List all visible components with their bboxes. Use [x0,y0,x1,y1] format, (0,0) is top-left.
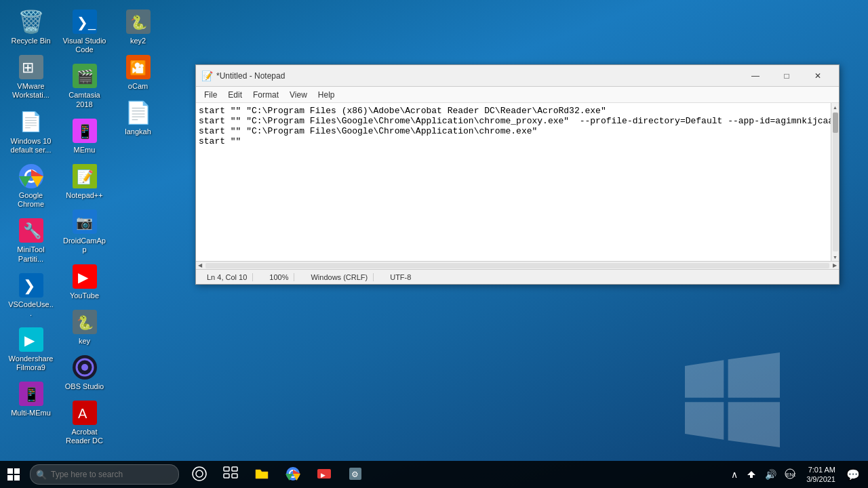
statusbar-line-ending: Windows (CRLF) [305,273,374,281]
notepad-menu-help[interactable]: Help [313,89,340,101]
taskbar: 🔍 ▶ ⚙ ∧ [0,461,868,488]
desktop-icon-recycle-bin[interactable]: 🗑️ Recycle Bin [5,5,56,48]
desktop-icon-chrome[interactable]: Google Chrome [5,160,56,211]
chevron-up-icon[interactable]: ∧ [728,466,741,483]
vscodeuser-label: VSCodeUse... [8,300,54,318]
desktop-icon-obs[interactable]: OBS Studio [59,351,110,394]
svg-rect-37 [14,468,20,474]
vscodeuser-icon: ❯ [18,272,45,299]
svg-point-40 [193,467,206,481]
recycle-bin-label: Recycle Bin [11,37,50,45]
language-icon[interactable]: ENG [782,466,798,484]
key-label: key [79,337,90,346]
taskbar-media-button[interactable]: ▶ [309,461,339,488]
svg-text:⚙: ⚙ [351,470,359,479]
desktop-icon-youtube[interactable]: ▶ YouTube [59,260,110,303]
key2-icon: 🐍 [125,8,152,35]
notification-icon[interactable]: 💬 [844,466,863,484]
taskbar-fileexplorer-button[interactable] [247,461,277,488]
svg-text:A: A [78,406,87,421]
youtube-icon: ▶ [71,263,98,290]
droidcam-icon: 📷 [71,208,98,235]
svg-text:▶: ▶ [24,333,35,348]
taskbar-taskview-button[interactable] [216,461,245,488]
notepad-statusbar: Ln 4, Col 10 100% Windows (CRLF) UTF-8 [196,269,839,284]
desktop-icon-memu[interactable]: 📱 MEmu [59,115,110,157]
svg-text:▶: ▶ [78,270,89,285]
desktop-icon-ocam[interactable]: 🎦 oCam [113,51,163,94]
svg-text:📝: 📝 [77,169,94,185]
svg-point-41 [196,470,203,477]
scrollbar-v-thumb[interactable] [833,113,838,133]
taskbar-clock[interactable]: 7:01 AM 3/9/2021 [801,465,841,485]
desktop-icon-key2[interactable]: 🐍 key2 [113,5,163,48]
scrollbar-left-arrow[interactable]: ◀ [196,262,204,270]
notepad-text-area[interactable]: start "" "C:\Program Files (x86)\Adobe\A… [196,103,831,261]
scrollbar-down-arrow[interactable]: ▼ [831,253,840,261]
notepad-menu-format[interactable]: Format [248,89,284,101]
scrollbar-v-track[interactable] [833,113,838,251]
desktop-icon-windows10[interactable]: 📄 Windows 10 default ser... [5,106,56,157]
notepad-vertical-scrollbar[interactable]: ▲ ▼ [831,103,839,261]
notepad-menu-view[interactable]: View [284,89,313,101]
search-input[interactable] [51,470,173,479]
search-icon: 🔍 [36,470,47,480]
taskbar-pinned-apps: ▶ ⚙ [184,461,370,488]
svg-text:🐍: 🐍 [130,14,147,30]
svg-rect-43 [232,467,237,471]
notepad-menu-file[interactable]: File [199,89,222,101]
volume-icon[interactable]: 🔊 [762,466,779,483]
taskbar-time-display: 7:01 AM [806,465,835,474]
desktop-icon-minitool[interactable]: 🔧 MiniTool Partiti... [5,214,56,266]
desktop-icon-acrobat[interactable]: A Acrobat Reader DC [59,396,110,448]
notepad-maximize-button[interactable]: □ [771,65,802,87]
ocam-icon: 🎦 [125,54,152,81]
svg-text:❯: ❯ [23,277,35,295]
start-button[interactable] [0,461,27,488]
svg-text:📷: 📷 [76,214,93,230]
notepad-minimize-button[interactable]: — [740,65,771,87]
desktop-icon-droidcam[interactable]: 📷 DroidCamApp [59,205,110,257]
scrollbar-h-track[interactable] [205,263,829,268]
taskbar-tool-button[interactable]: ⚙ [340,461,370,488]
desktop-icon-langkah[interactable]: 📄 langkah [113,96,163,139]
scrollbar-right-arrow[interactable]: ▶ [831,262,839,270]
minitool-icon: 🔧 [18,217,45,244]
desktop-icon-vscodeuser[interactable]: ❯ VSCodeUse... [5,269,56,321]
taskbar-search-box[interactable]: 🔍 [30,464,179,485]
svg-rect-39 [14,475,20,481]
svg-point-29 [81,364,88,371]
svg-text:▶: ▶ [321,472,326,479]
windows10-icon: 📄 [18,108,45,136]
notepad-menu-edit[interactable]: Edit [222,89,248,101]
notepad-horizontal-scrollbar[interactable]: ◀ ▶ [196,261,839,269]
notepad-close-button[interactable]: ✕ [802,65,833,87]
notepad-window: 📝 *Untitled - Notepad — □ ✕ File Edit Fo… [195,64,840,285]
taskbar-system-tray: ∧ 🔊 ENG 7:01 AM 3/9/2021 💬 [728,465,868,485]
desktop-icon-key[interactable]: 🐍 key [59,306,110,348]
notepad-body: start "" "C:\Program Files (x86)\Adobe\A… [196,103,839,261]
svg-text:❯_: ❯_ [77,15,96,30]
desktop-icon-vscode[interactable]: ❯_ Visual Studio Code [59,5,110,57]
desktop-icon-multimemu[interactable]: 📱 Multi-MEmu [5,378,56,420]
vmware-icon: ⊞ [18,54,45,81]
droidcam-label: DroidCamApp [62,237,107,254]
chrome-icon [18,163,45,190]
statusbar-encoding: UTF-8 [384,273,416,281]
svg-text:ENG: ENG [786,472,795,478]
svg-text:🐍: 🐍 [77,314,94,331]
desktop-icon-vmware[interactable]: ⊞ VMware Workstati... [5,51,56,102]
obs-label: OBS Studio [65,382,104,391]
svg-rect-45 [232,474,237,478]
taskbar-chrome-button[interactable] [278,461,308,488]
notepad-title: *Untitled - Notepad [216,71,740,81]
svg-text:🎬: 🎬 [77,68,94,85]
taskbar-cortana-button[interactable] [184,461,214,488]
scrollbar-up-arrow[interactable]: ▲ [831,103,840,111]
desktop-icon-filmora[interactable]: ▶ Wondershare Filmora9 [5,323,56,375]
desktop-icon-notepadpp[interactable]: 📝 Notepad++ [59,160,110,203]
svg-rect-38 [7,475,13,481]
svg-rect-44 [224,474,229,478]
desktop-icon-camtasia[interactable]: 🎬 Camtasia 2018 [59,60,110,111]
network-icon[interactable] [743,466,760,484]
